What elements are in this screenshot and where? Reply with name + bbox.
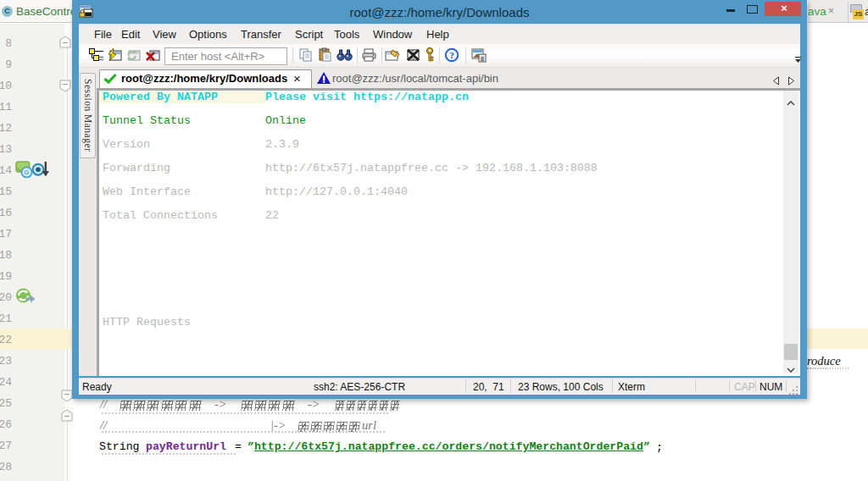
svg-text:G: G (25, 169, 30, 176)
svg-text:N: N (411, 56, 415, 61)
svg-text:8: 8 (481, 56, 484, 62)
svg-text:?: ? (449, 51, 453, 60)
